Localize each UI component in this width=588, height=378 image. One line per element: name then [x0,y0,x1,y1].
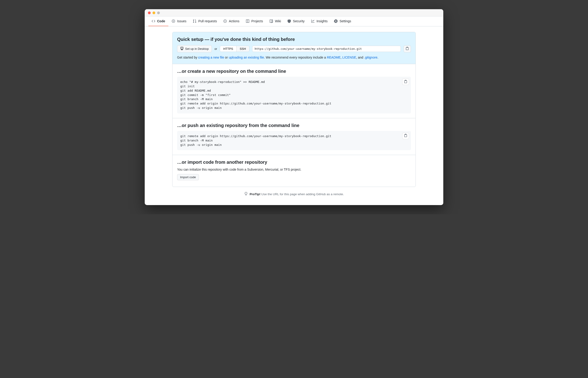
section-title: …or push an existing repository from the… [177,123,411,128]
clipboard-icon [404,80,408,84]
tab-label: Pull requests [198,19,217,23]
quick-setup-box: Quick setup — if you've done this kind o… [172,32,416,187]
tab-label: Actions [229,19,239,23]
svg-point-0 [173,21,174,22]
protip-body: Use the URL for this page when adding Gi… [260,192,344,196]
clone-url-input[interactable] [252,46,401,52]
uploading-file-link[interactable]: uploading an existing file [229,55,264,59]
book-icon [269,19,273,23]
section-title: …or create a new repository on the comma… [177,69,411,74]
import-code-section: …or import code from another repository … [173,155,415,187]
https-toggle-button[interactable]: HTTPS [220,46,236,52]
window-titlebar [145,9,443,16]
license-link[interactable]: LICENSE [342,55,356,59]
tab-settings[interactable]: Settings [331,16,355,26]
tab-label: Projects [251,19,263,23]
code-icon [151,19,155,23]
close-window-dot[interactable] [148,12,151,14]
ssh-toggle-button[interactable]: SSH [236,46,249,52]
app-window: Code Issues Pull requests Actions Projec… [145,9,443,205]
repo-tabnav: Code Issues Pull requests Actions Projec… [145,16,443,27]
tab-security[interactable]: Security [284,16,308,26]
protip-label: ProTip! [250,192,260,196]
code-content[interactable]: git remote add origin https://github.com… [180,134,408,147]
push-existing-repo-section: …or push an existing repository from the… [173,118,415,155]
play-circle-icon [223,19,227,23]
button-label: Set up in Desktop [185,47,209,51]
import-description: You can initialize this repository with … [177,168,411,171]
gear-icon [334,19,338,23]
tab-label: Insights [316,19,328,23]
tab-wiki[interactable]: Wiki [266,16,284,26]
get-started-text: Get started by creating a new file or up… [177,55,411,59]
tab-label: Security [293,19,305,23]
desktop-download-icon [180,47,184,51]
tab-code[interactable]: Code [148,16,168,26]
tab-label: Code [157,19,165,23]
tab-actions[interactable]: Actions [220,16,243,26]
maximize-window-dot[interactable] [157,12,160,14]
push-repo-code-block: git remote add origin https://github.com… [177,131,411,150]
code-content[interactable]: echo "# my-storybook-reproduction" >> RE… [180,80,408,110]
shield-icon [287,19,291,23]
create-new-repo-section: …or create a new repository on the comma… [173,64,415,118]
issue-icon [172,19,175,23]
creating-new-file-link[interactable]: creating a new file [198,55,224,59]
quick-setup-title: Quick setup — if you've done this kind o… [177,37,411,42]
copy-push-code-button[interactable] [402,133,409,139]
section-title: …or import code from another repository [177,160,411,165]
protip-text: ProTip! Use the URL for this page when a… [172,192,416,196]
copy-url-button[interactable] [404,45,411,52]
copy-create-code-button[interactable] [402,79,409,85]
tab-projects[interactable]: Projects [243,16,266,26]
graph-icon [311,19,315,23]
tab-issues[interactable]: Issues [168,16,190,26]
minimize-window-dot[interactable] [152,12,155,14]
tab-insights[interactable]: Insights [308,16,331,26]
tab-label: Wiki [275,19,281,23]
clipboard-icon [405,47,409,51]
create-repo-code-block: echo "# my-storybook-reproduction" >> RE… [177,77,411,113]
or-text: or [215,47,217,51]
tab-label: Settings [340,19,351,23]
readme-link[interactable]: README [327,55,341,59]
import-code-button[interactable]: Import code [177,174,199,180]
gitignore-link[interactable]: .gitignore [364,55,378,59]
git-pull-request-icon [193,19,196,23]
light-bulb-icon [244,192,248,196]
protocol-toggle: HTTPS SSH [220,46,249,52]
tab-label: Issues [177,19,186,23]
set-up-in-desktop-button[interactable]: Set up in Desktop [177,45,212,52]
table-icon [246,19,249,23]
clipboard-icon [404,134,408,138]
tab-pull-requests[interactable]: Pull requests [190,16,220,26]
